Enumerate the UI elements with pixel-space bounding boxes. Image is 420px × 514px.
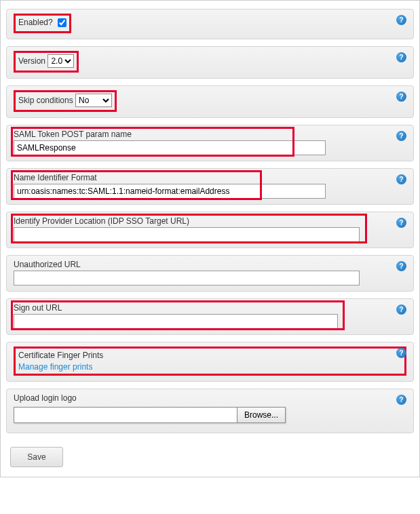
help-icon[interactable]: ?	[396, 131, 406, 141]
saml-config-panel: Enabled? ? Version 2.0 ? Skip conditions…	[0, 0, 420, 477]
enabled-checkbox[interactable]	[58, 18, 66, 27]
unauthorized-url-label: Unauthorized URL	[14, 260, 406, 269]
save-button[interactable]: Save	[10, 447, 63, 467]
section-skip-conditions: Skip conditions No ?	[6, 85, 414, 118]
help-icon[interactable]: ?	[396, 304, 406, 315]
section-name-id-format: Name Identifier Format ?	[6, 168, 414, 205]
browse-button[interactable]: Browse...	[237, 407, 286, 423]
help-icon[interactable]: ?	[396, 52, 406, 62]
section-upload-logo: Upload login logo Browse... ?	[6, 389, 414, 433]
section-idp-location: Identify Provider Location (IDP SSO Targ…	[6, 212, 414, 248]
name-id-format-label: Name Identifier Format	[14, 173, 326, 182]
skip-conditions-label: Skip conditions	[18, 95, 73, 106]
upload-logo-label: Upload login logo	[14, 393, 406, 403]
help-icon[interactable]: ?	[396, 174, 406, 184]
idp-location-label: Identify Provider Location (IDP SSO Targ…	[14, 216, 366, 226]
highlight-cert-fingerprints: Certificate Finger Prints Manage finger …	[14, 347, 406, 376]
saml-token-input[interactable]	[14, 140, 326, 155]
section-unauthorized-url: Unauthorized URL ?	[6, 255, 414, 292]
section-enabled: Enabled? ?	[6, 9, 414, 39]
idp-location-input[interactable]	[14, 227, 360, 242]
sign-out-url-input[interactable]	[14, 314, 338, 329]
manage-fingerprints-link[interactable]: Manage finger prints	[18, 361, 92, 373]
highlight-enabled: Enabled?	[14, 14, 71, 33]
help-icon[interactable]: ?	[396, 348, 406, 358]
file-input-wrap: Browse...	[14, 407, 286, 423]
enabled-label: Enabled?	[18, 17, 53, 28]
help-icon[interactable]: ?	[396, 261, 406, 271]
help-icon[interactable]: ?	[396, 15, 406, 25]
cert-fingerprints-label: Certificate Finger Prints	[18, 350, 103, 361]
section-cert-fingerprints: Certificate Finger Prints Manage finger …	[6, 342, 414, 382]
section-version: Version 2.0 ?	[6, 46, 414, 79]
file-path-display[interactable]	[14, 407, 237, 423]
help-icon[interactable]: ?	[396, 395, 406, 405]
name-id-format-input[interactable]	[14, 184, 326, 199]
skip-conditions-select[interactable]: No	[75, 94, 112, 107]
saml-token-label: SAML Token POST param name	[14, 130, 326, 139]
help-icon[interactable]: ?	[396, 92, 406, 102]
section-sign-out-url: Sign out URL ?	[6, 298, 414, 335]
sign-out-url-label: Sign out URL	[14, 303, 346, 313]
highlight-version: Version 2.0	[14, 51, 79, 73]
section-saml-token: SAML Token POST param name ?	[6, 125, 414, 161]
version-select[interactable]: 2.0	[47, 54, 74, 68]
highlight-skip-conditions: Skip conditions No	[14, 90, 117, 112]
help-icon[interactable]: ?	[396, 218, 406, 228]
version-label: Version	[18, 56, 45, 67]
unauthorized-url-input[interactable]	[14, 271, 360, 285]
